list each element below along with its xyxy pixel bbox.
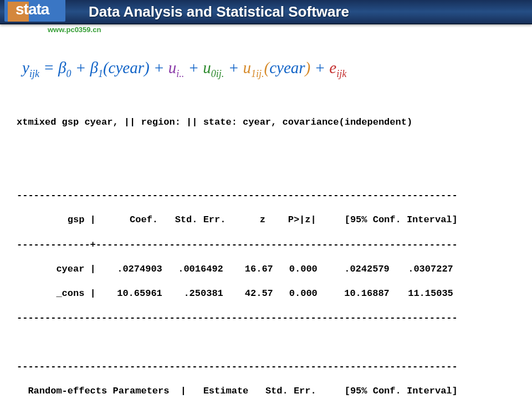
fixed-dash-top: ----------------------------------------… <box>17 190 458 202</box>
command-line: xtmixed gsp cyear, || region: || state: … <box>17 116 458 129</box>
logo: stata <box>0 0 72 24</box>
rand-header: Random-effects Parameters | Estimate Std… <box>17 385 458 397</box>
fixed-row-cons: _cons |10.65961.25038142.570.00010.16887… <box>17 288 458 300</box>
stata-output: xtmixed gsp cyear, || region: || state: … <box>17 104 458 399</box>
fixed-header: gsp | Coef. Std. Err. z P>|z| [95% Conf.… <box>17 214 458 226</box>
header-title: Data Analysis and Statistical Software <box>89 3 349 21</box>
fixed-row-cyear: cyear |.0274903.001649216.670.000.024257… <box>17 263 458 275</box>
watermark: www.pc0359.cn <box>48 25 101 34</box>
fixed-dash-bot: ----------------------------------------… <box>17 312 458 324</box>
fixed-dash-mid: -------------+--------------------------… <box>17 239 458 251</box>
rand-dash-top: ----------------------------------------… <box>17 361 458 373</box>
logo-text: stata <box>16 1 49 18</box>
app-header: stata Data Analysis and Statistical Soft… <box>0 0 532 24</box>
model-equation: yijk = β0 + β1(cyear) + ui.. + u0ij. + u… <box>22 59 346 80</box>
